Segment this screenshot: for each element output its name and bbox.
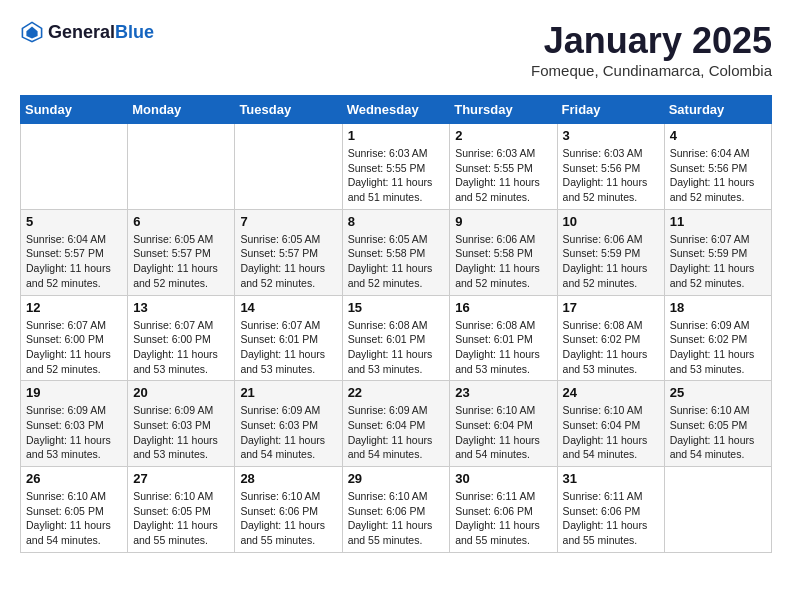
logo-text: GeneralBlue — [48, 22, 154, 43]
day-number: 19 — [26, 385, 122, 400]
location: Fomeque, Cundinamarca, Colombia — [531, 62, 772, 79]
calendar-cell: 13Sunrise: 6:07 AMSunset: 6:00 PMDayligh… — [128, 295, 235, 381]
day-number: 26 — [26, 471, 122, 486]
day-number: 15 — [348, 300, 445, 315]
day-info: Sunrise: 6:11 AMSunset: 6:06 PMDaylight:… — [455, 489, 551, 548]
day-number: 31 — [563, 471, 659, 486]
day-number: 8 — [348, 214, 445, 229]
day-info: Sunrise: 6:09 AMSunset: 6:04 PMDaylight:… — [348, 403, 445, 462]
weekday-header-row: SundayMondayTuesdayWednesdayThursdayFrid… — [21, 96, 772, 124]
calendar-cell: 9Sunrise: 6:06 AMSunset: 5:58 PMDaylight… — [450, 209, 557, 295]
day-number: 30 — [455, 471, 551, 486]
day-number: 7 — [240, 214, 336, 229]
day-number: 5 — [26, 214, 122, 229]
day-number: 21 — [240, 385, 336, 400]
calendar-cell: 18Sunrise: 6:09 AMSunset: 6:02 PMDayligh… — [664, 295, 771, 381]
calendar-cell: 5Sunrise: 6:04 AMSunset: 5:57 PMDaylight… — [21, 209, 128, 295]
day-number: 18 — [670, 300, 766, 315]
day-info: Sunrise: 6:11 AMSunset: 6:06 PMDaylight:… — [563, 489, 659, 548]
page-header: GeneralBlue January 2025 Fomeque, Cundin… — [20, 20, 772, 79]
calendar-cell: 1Sunrise: 6:03 AMSunset: 5:55 PMDaylight… — [342, 124, 450, 210]
calendar-cell: 6Sunrise: 6:05 AMSunset: 5:57 PMDaylight… — [128, 209, 235, 295]
day-info: Sunrise: 6:07 AMSunset: 5:59 PMDaylight:… — [670, 232, 766, 291]
calendar-cell: 14Sunrise: 6:07 AMSunset: 6:01 PMDayligh… — [235, 295, 342, 381]
day-number: 22 — [348, 385, 445, 400]
calendar-cell: 28Sunrise: 6:10 AMSunset: 6:06 PMDayligh… — [235, 467, 342, 553]
day-info: Sunrise: 6:03 AMSunset: 5:56 PMDaylight:… — [563, 146, 659, 205]
calendar-cell — [21, 124, 128, 210]
day-number: 12 — [26, 300, 122, 315]
day-info: Sunrise: 6:09 AMSunset: 6:03 PMDaylight:… — [26, 403, 122, 462]
day-info: Sunrise: 6:07 AMSunset: 6:01 PMDaylight:… — [240, 318, 336, 377]
day-info: Sunrise: 6:08 AMSunset: 6:02 PMDaylight:… — [563, 318, 659, 377]
day-number: 4 — [670, 128, 766, 143]
day-info: Sunrise: 6:06 AMSunset: 5:58 PMDaylight:… — [455, 232, 551, 291]
calendar-cell: 7Sunrise: 6:05 AMSunset: 5:57 PMDaylight… — [235, 209, 342, 295]
day-number: 9 — [455, 214, 551, 229]
calendar-week-row: 19Sunrise: 6:09 AMSunset: 6:03 PMDayligh… — [21, 381, 772, 467]
calendar-cell: 4Sunrise: 6:04 AMSunset: 5:56 PMDaylight… — [664, 124, 771, 210]
calendar-week-row: 5Sunrise: 6:04 AMSunset: 5:57 PMDaylight… — [21, 209, 772, 295]
calendar-cell: 2Sunrise: 6:03 AMSunset: 5:55 PMDaylight… — [450, 124, 557, 210]
day-number: 14 — [240, 300, 336, 315]
calendar-cell: 8Sunrise: 6:05 AMSunset: 5:58 PMDaylight… — [342, 209, 450, 295]
logo-blue: Blue — [115, 22, 154, 42]
day-info: Sunrise: 6:05 AMSunset: 5:57 PMDaylight:… — [240, 232, 336, 291]
day-info: Sunrise: 6:03 AMSunset: 5:55 PMDaylight:… — [455, 146, 551, 205]
day-number: 16 — [455, 300, 551, 315]
calendar-cell: 24Sunrise: 6:10 AMSunset: 6:04 PMDayligh… — [557, 381, 664, 467]
day-info: Sunrise: 6:10 AMSunset: 6:05 PMDaylight:… — [26, 489, 122, 548]
calendar-cell: 19Sunrise: 6:09 AMSunset: 6:03 PMDayligh… — [21, 381, 128, 467]
calendar-week-row: 1Sunrise: 6:03 AMSunset: 5:55 PMDaylight… — [21, 124, 772, 210]
day-info: Sunrise: 6:08 AMSunset: 6:01 PMDaylight:… — [348, 318, 445, 377]
day-info: Sunrise: 6:10 AMSunset: 6:05 PMDaylight:… — [670, 403, 766, 462]
calendar-cell — [664, 467, 771, 553]
day-number: 23 — [455, 385, 551, 400]
day-info: Sunrise: 6:05 AMSunset: 5:57 PMDaylight:… — [133, 232, 229, 291]
day-info: Sunrise: 6:04 AMSunset: 5:57 PMDaylight:… — [26, 232, 122, 291]
calendar-cell: 21Sunrise: 6:09 AMSunset: 6:03 PMDayligh… — [235, 381, 342, 467]
day-info: Sunrise: 6:10 AMSunset: 6:04 PMDaylight:… — [455, 403, 551, 462]
day-info: Sunrise: 6:04 AMSunset: 5:56 PMDaylight:… — [670, 146, 766, 205]
day-info: Sunrise: 6:03 AMSunset: 5:55 PMDaylight:… — [348, 146, 445, 205]
day-number: 1 — [348, 128, 445, 143]
day-number: 10 — [563, 214, 659, 229]
day-number: 3 — [563, 128, 659, 143]
day-info: Sunrise: 6:05 AMSunset: 5:58 PMDaylight:… — [348, 232, 445, 291]
logo-icon — [20, 20, 44, 44]
day-number: 17 — [563, 300, 659, 315]
calendar-cell — [128, 124, 235, 210]
day-info: Sunrise: 6:10 AMSunset: 6:06 PMDaylight:… — [348, 489, 445, 548]
calendar-cell: 15Sunrise: 6:08 AMSunset: 6:01 PMDayligh… — [342, 295, 450, 381]
calendar-cell: 20Sunrise: 6:09 AMSunset: 6:03 PMDayligh… — [128, 381, 235, 467]
calendar-cell: 31Sunrise: 6:11 AMSunset: 6:06 PMDayligh… — [557, 467, 664, 553]
day-info: Sunrise: 6:07 AMSunset: 6:00 PMDaylight:… — [133, 318, 229, 377]
weekday-header: Wednesday — [342, 96, 450, 124]
calendar-cell: 3Sunrise: 6:03 AMSunset: 5:56 PMDaylight… — [557, 124, 664, 210]
month-title: January 2025 — [531, 20, 772, 62]
weekday-header: Sunday — [21, 96, 128, 124]
day-number: 27 — [133, 471, 229, 486]
calendar-cell: 30Sunrise: 6:11 AMSunset: 6:06 PMDayligh… — [450, 467, 557, 553]
day-number: 24 — [563, 385, 659, 400]
day-number: 29 — [348, 471, 445, 486]
calendar-cell: 22Sunrise: 6:09 AMSunset: 6:04 PMDayligh… — [342, 381, 450, 467]
day-info: Sunrise: 6:09 AMSunset: 6:02 PMDaylight:… — [670, 318, 766, 377]
weekday-header: Thursday — [450, 96, 557, 124]
calendar-cell: 25Sunrise: 6:10 AMSunset: 6:05 PMDayligh… — [664, 381, 771, 467]
title-block: January 2025 Fomeque, Cundinamarca, Colo… — [531, 20, 772, 79]
logo-general: General — [48, 22, 115, 42]
calendar-cell: 27Sunrise: 6:10 AMSunset: 6:05 PMDayligh… — [128, 467, 235, 553]
day-number: 28 — [240, 471, 336, 486]
calendar-cell — [235, 124, 342, 210]
weekday-header: Friday — [557, 96, 664, 124]
weekday-header: Saturday — [664, 96, 771, 124]
calendar-cell: 29Sunrise: 6:10 AMSunset: 6:06 PMDayligh… — [342, 467, 450, 553]
day-info: Sunrise: 6:10 AMSunset: 6:04 PMDaylight:… — [563, 403, 659, 462]
day-number: 13 — [133, 300, 229, 315]
calendar-cell: 17Sunrise: 6:08 AMSunset: 6:02 PMDayligh… — [557, 295, 664, 381]
calendar-cell: 12Sunrise: 6:07 AMSunset: 6:00 PMDayligh… — [21, 295, 128, 381]
calendar-week-row: 26Sunrise: 6:10 AMSunset: 6:05 PMDayligh… — [21, 467, 772, 553]
day-number: 2 — [455, 128, 551, 143]
day-info: Sunrise: 6:06 AMSunset: 5:59 PMDaylight:… — [563, 232, 659, 291]
